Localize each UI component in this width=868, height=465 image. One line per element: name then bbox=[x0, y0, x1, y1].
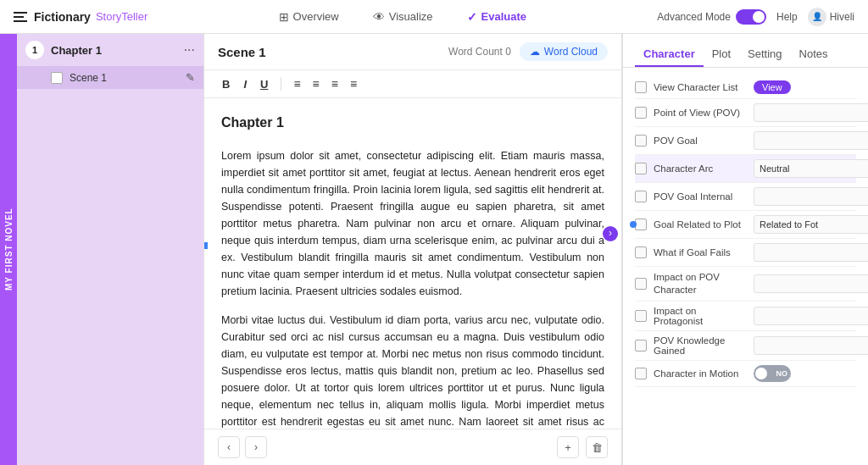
progress-dot bbox=[204, 242, 208, 249]
field-icon-10 bbox=[635, 368, 647, 379]
impact-pov-character-input[interactable] bbox=[754, 274, 868, 293]
scene-edit-icon[interactable]: ✎ bbox=[186, 71, 195, 84]
field-goal-related-to-plot: Goal Related to Plot bbox=[635, 211, 856, 239]
impact-protagonist-input[interactable] bbox=[754, 307, 868, 325]
italic-button[interactable]: I bbox=[239, 76, 251, 92]
nav-right: Advanced Mode Help 👤 Hiveli bbox=[657, 8, 854, 26]
sidebar-vertical-label: MY FIRST NOVEL bbox=[0, 34, 17, 465]
editor-header: Scene 1 Word Count 0 ☁ Word Cloud bbox=[204, 34, 621, 70]
scene-item[interactable]: Scene 1 ✎ bbox=[17, 66, 203, 89]
field-blue-dot bbox=[630, 221, 637, 228]
left-panel: 1 Chapter 1 ··· Scene 1 ✎ bbox=[17, 34, 203, 465]
character-in-motion-toggle[interactable]: NO bbox=[754, 365, 791, 382]
view-character-list-button[interactable]: View bbox=[754, 80, 791, 94]
bold-button[interactable]: B bbox=[218, 76, 234, 92]
tab-setting[interactable]: Setting bbox=[739, 42, 790, 67]
overview-icon: ⊞ bbox=[279, 10, 289, 24]
user-avatar: 👤 bbox=[808, 8, 826, 26]
chapter-item[interactable]: 1 Chapter 1 ··· bbox=[17, 34, 203, 66]
action-icons: + 🗑 bbox=[557, 436, 608, 458]
advanced-mode-area: Advanced Mode bbox=[657, 9, 766, 25]
nav-center: ⊞ Overview 👁 Visualize ✓ Evaluate bbox=[272, 7, 533, 27]
field-character-in-motion: Character in Motion NO bbox=[635, 361, 856, 387]
nav-overview[interactable]: ⊞ Overview bbox=[272, 7, 346, 27]
user-area[interactable]: 👤 Hiveli bbox=[808, 8, 854, 26]
chapter-dots[interactable]: ··· bbox=[184, 42, 195, 58]
character-arc-input[interactable] bbox=[754, 159, 868, 178]
word-count-label: Word Count 0 bbox=[448, 46, 511, 58]
chapter-title: Chapter 1 bbox=[51, 44, 177, 57]
tab-notes[interactable]: Notes bbox=[791, 42, 837, 67]
prev-arrow-button[interactable]: ‹ bbox=[218, 436, 240, 458]
align-center-button[interactable]: ≡ bbox=[309, 75, 323, 92]
next-arrow-button[interactable]: › bbox=[245, 436, 267, 458]
field-character-arc: Character Arc bbox=[635, 155, 856, 183]
expand-button[interactable]: › bbox=[603, 226, 618, 241]
word-cloud-button[interactable]: ☁ Word Cloud bbox=[520, 42, 608, 61]
nav-evaluate-label: Evaluate bbox=[481, 10, 526, 23]
toggle-knob bbox=[753, 11, 765, 23]
main-layout: MY FIRST NOVEL 1 Chapter 1 ··· Scene 1 ✎… bbox=[0, 34, 868, 465]
pov-goal-input[interactable] bbox=[754, 131, 868, 150]
visualize-icon: 👁 bbox=[373, 10, 385, 24]
field-pov-goal: POV Goal bbox=[635, 127, 856, 155]
field-label-4: POV Goal Internal bbox=[654, 191, 747, 202]
goal-related-to-plot-input[interactable] bbox=[754, 215, 868, 234]
top-navigation: Fictionary StoryTeller ⊞ Overview 👁 Visu… bbox=[0, 0, 868, 34]
field-label-3: Character Arc bbox=[654, 163, 747, 174]
right-content: View Character List View Point of View (… bbox=[623, 68, 868, 396]
logo-area: Fictionary StoryTeller bbox=[14, 10, 147, 24]
field-impact-protagonist: Impact on Protagonist bbox=[635, 302, 856, 331]
cloud-icon: ☁ bbox=[530, 46, 540, 58]
field-what-if-goal-fails: What if Goal Fails bbox=[635, 239, 856, 267]
field-icon-3 bbox=[635, 163, 647, 174]
editor-paragraph-1[interactable]: Lorem ipsum dolor sit amet, consectetur … bbox=[221, 147, 604, 300]
field-label-7: Impact on POV Character bbox=[654, 271, 747, 296]
tab-character[interactable]: Character bbox=[635, 42, 704, 67]
delete-button[interactable]: 🗑 bbox=[586, 436, 608, 458]
field-icon-4 bbox=[635, 191, 647, 202]
editor-toolbar: B I U ≡ ≡ ≡ ≡ bbox=[204, 70, 621, 98]
evaluate-icon: ✓ bbox=[467, 10, 477, 24]
field-icon-5 bbox=[635, 219, 647, 230]
help-button[interactable]: Help bbox=[776, 11, 798, 23]
field-icon-7 bbox=[635, 278, 647, 290]
pov-input[interactable] bbox=[754, 103, 868, 122]
scene-title: Scene 1 bbox=[70, 72, 179, 84]
editor-content[interactable]: Chapter 1 Lorem ipsum dolor sit amet, co… bbox=[204, 98, 621, 429]
align-right-button[interactable]: ≡ bbox=[328, 75, 342, 92]
align-left-button[interactable]: ≡ bbox=[290, 75, 303, 92]
editor-paragraph-2[interactable]: Morbi vitae luctus dui. Vestibulum id di… bbox=[221, 312, 604, 429]
tab-plot[interactable]: Plot bbox=[704, 42, 739, 67]
nav-visualize[interactable]: 👁 Visualize bbox=[366, 7, 440, 27]
add-button[interactable]: + bbox=[557, 436, 579, 458]
nav-visualize-label: Visualize bbox=[389, 10, 433, 23]
nav-evaluate[interactable]: ✓ Evaluate bbox=[460, 7, 533, 27]
field-pov: Point of View (POV) bbox=[635, 99, 856, 127]
what-if-goal-fails-input[interactable] bbox=[754, 243, 868, 262]
right-panel: Character Plot Setting Notes View Charac… bbox=[622, 34, 868, 465]
field-label-2: POV Goal bbox=[654, 136, 747, 146]
field-icon-0 bbox=[635, 81, 647, 93]
field-label-6: What if Goal Fails bbox=[654, 247, 747, 257]
advanced-mode-label: Advanced Mode bbox=[657, 11, 731, 23]
nav-overview-label: Overview bbox=[293, 10, 339, 23]
chapter-number: 1 bbox=[25, 41, 44, 59]
field-label-10: Character in Motion bbox=[654, 368, 747, 379]
field-label-5: Goal Related to Plot bbox=[654, 219, 747, 230]
logo-subtitle: StoryTeller bbox=[96, 10, 147, 23]
editor-area: Scene 1 Word Count 0 ☁ Word Cloud B I U … bbox=[203, 34, 622, 465]
underline-button[interactable]: U bbox=[256, 76, 272, 92]
field-icon-2 bbox=[635, 135, 647, 147]
toolbar-separator bbox=[281, 77, 281, 91]
pov-goal-internal-input[interactable] bbox=[754, 187, 868, 206]
scene-checkbox[interactable] bbox=[51, 72, 63, 84]
field-pov-knowledge-gained: POV Knowledge Gained bbox=[635, 331, 856, 361]
field-view-character-list: View Character List View bbox=[635, 76, 856, 99]
pov-knowledge-gained-input[interactable] bbox=[754, 336, 868, 355]
align-justify-button[interactable]: ≡ bbox=[347, 75, 360, 92]
field-icon-8 bbox=[635, 310, 647, 322]
field-icon-1 bbox=[635, 107, 647, 119]
advanced-mode-toggle[interactable] bbox=[736, 9, 766, 25]
chapter-heading-text: Chapter 1 bbox=[221, 112, 604, 134]
